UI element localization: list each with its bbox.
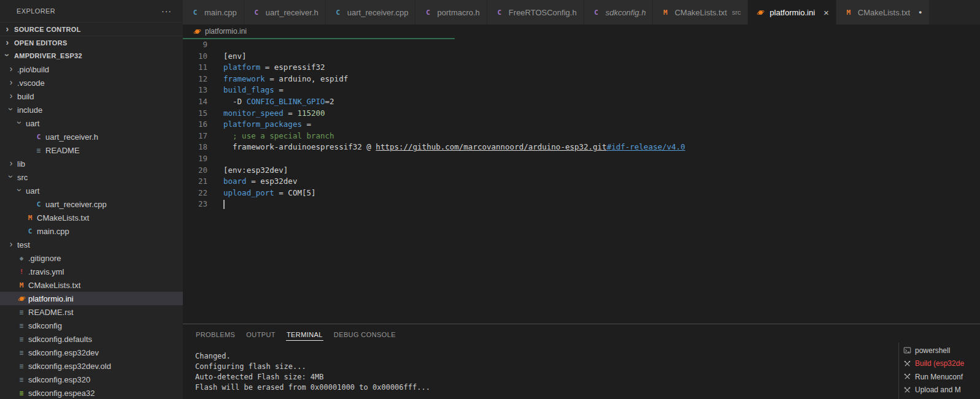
code-line-14[interactable]: 14 -D CONFIG_BLINK_GPIO=2	[183, 96, 980, 108]
chevron-down-icon: ›	[3, 50, 12, 60]
code-line-19[interactable]: 19	[183, 153, 980, 165]
c-header-file-icon: C	[33, 133, 44, 141]
file-tree: ›.pio\build›.vscode›build›include›uartCu…	[0, 63, 183, 399]
tree-file-sdkconfig-espea32[interactable]: ≡sdkconfig.espea32	[0, 386, 183, 399]
breadcrumb[interactable]: platformio.ini	[183, 25, 980, 38]
chevron-right-icon: ›	[6, 78, 16, 86]
code-line-18[interactable]: 18 framework-arduinoespressif32 @ https:…	[183, 142, 980, 153]
line-content: platform = espressif32	[207, 62, 325, 74]
tab-uart-receiver-h[interactable]: Cuart_receiver.h	[244, 0, 326, 25]
more-actions-icon[interactable]: ···	[161, 8, 172, 14]
file-label: .pio\build	[17, 65, 49, 74]
tree-file-sdkconfig-defaults[interactable]: ≡sdkconfig.defaults	[0, 332, 183, 346]
tree-file-readme-rst[interactable]: ≡README.rst	[0, 305, 183, 319]
code-line-12[interactable]: 12framework = arduino, espidf	[183, 74, 980, 85]
explorer-header: EXPLORER ···	[0, 0, 183, 22]
file-label: README.rst	[28, 308, 74, 317]
tree-folder-include[interactable]: ›include	[0, 103, 183, 116]
terminal-line: Changed.	[195, 351, 894, 362]
panel-tab-problems[interactable]: PROBLEMS	[195, 329, 236, 340]
task-upload-and-m[interactable]: Upload and M	[899, 384, 980, 397]
tab-sdkconfig-h[interactable]: Csdkconfig.h	[584, 0, 654, 25]
modified-dot-icon[interactable]: ●	[919, 9, 922, 15]
code-line-9[interactable]: 9	[183, 39, 980, 51]
cmake-file-icon: M	[16, 281, 27, 289]
tree-folder-vscode[interactable]: ›.vscode	[0, 76, 183, 89]
terminal-line: Auto-detected Flash size: 4MB	[195, 372, 894, 382]
tree-folder-uart[interactable]: ›uart	[0, 116, 183, 130]
explorer-title: EXPLORER	[17, 7, 55, 15]
chevron-right-icon: ›	[6, 240, 16, 248]
tree-file-main-cpp[interactable]: Cmain.cpp	[0, 224, 183, 238]
file-label: platformio.ini	[28, 294, 74, 303]
tree-file-sdkconfig[interactable]: ≡sdkconfig	[0, 319, 183, 332]
section-source-control[interactable]: › SOURCE CONTROL	[0, 22, 183, 36]
line-number: 23	[183, 199, 207, 210]
tab-cmakelists-txt[interactable]: MCMakeLists.txtsrc	[653, 0, 748, 25]
close-icon[interactable]: ×	[824, 8, 829, 17]
code-line-23[interactable]: 23	[183, 199, 980, 210]
tree-file-uart-receiver-cpp[interactable]: Cuart_receiver.cpp	[0, 197, 183, 211]
code-line-13[interactable]: 13build_flags =	[183, 85, 980, 96]
panel-tab-terminal[interactable]: TERMINAL	[286, 329, 323, 341]
tree-file-readme[interactable]: ≡README	[0, 143, 183, 157]
code-area: 910[env]11platform = espressif3212framew…	[183, 38, 980, 210]
tools-icon	[903, 360, 911, 368]
tree-file-platformio-ini[interactable]: platformio.ini	[0, 292, 183, 305]
config-file-icon: ≡	[16, 308, 27, 316]
tree-file-cmakelists-txt[interactable]: MCMakeLists.txt	[0, 278, 183, 292]
cpp-file-icon: C	[333, 9, 344, 17]
code-line-11[interactable]: 11platform = espressif32	[183, 62, 980, 74]
code-line-16[interactable]: 16platform_packages =	[183, 119, 980, 131]
tab-main-cpp[interactable]: Cmain.cpp	[183, 0, 244, 25]
file-label: include	[17, 105, 42, 115]
editor[interactable]: 910[env]11platform = espressif3212framew…	[183, 38, 980, 324]
code-line-22[interactable]: 22upload_port = COM[5]	[183, 188, 980, 199]
tree-folder-uart[interactable]: ›uart	[0, 184, 183, 197]
tree-file-sdkconfig-esp320[interactable]: ≡sdkconfig.esp320	[0, 373, 183, 386]
chevron-down-icon: ›	[7, 104, 15, 114]
tree-file-sdkconfig-esp32dev-old[interactable]: ≡sdkconfig.esp32dev.old	[0, 359, 183, 373]
section-label: SOURCE CONTROL	[14, 26, 81, 33]
panel-tab-output[interactable]: OUTPUT	[245, 329, 276, 340]
task-build-esp32de[interactable]: Build (esp32de	[899, 357, 980, 371]
tab-freertosconfig-h[interactable]: CFreeRTOSConfig.h	[487, 0, 584, 25]
task-powershell[interactable]: powershell	[899, 344, 980, 357]
tab-cmakelists-txt[interactable]: MCMakeLists.txt●	[836, 0, 930, 25]
tab-platformio-ini[interactable]: platformio.ini×	[748, 0, 836, 25]
tree-folder-build[interactable]: ›build	[0, 89, 183, 103]
code-line-20[interactable]: 20[env:esp32dev]	[183, 165, 980, 177]
line-number: 18	[183, 142, 207, 153]
tree-folder-test[interactable]: ›test	[0, 238, 183, 251]
tree-file-travis-yml[interactable]: !.travis.yml	[0, 265, 183, 278]
tab-portmacro-h[interactable]: Cportmacro.h	[415, 0, 487, 25]
terminal-output[interactable]: Changed.Configuring flash size...Auto-de…	[195, 351, 894, 393]
tree-file-cmakelists-txt[interactable]: MCMakeLists.txt	[0, 211, 183, 224]
section-open-editors[interactable]: › OPEN EDITORS	[0, 36, 183, 49]
line-content: ; use a special branch	[207, 131, 334, 142]
line-number: 19	[183, 153, 207, 165]
code-line-21[interactable]: 21board = esp32dev	[183, 176, 980, 188]
section-root-folder[interactable]: › AMPDRIVER_ESP32	[0, 49, 183, 63]
tree-file-uart-receiver-h[interactable]: Cuart_receiver.h	[0, 130, 183, 143]
line-number: 21	[183, 176, 207, 188]
panel-tab-debug-console[interactable]: DEBUG CONSOLE	[333, 329, 396, 340]
cmake-file-icon: M	[25, 214, 36, 222]
tree-folder-lib[interactable]: ›lib	[0, 157, 183, 170]
chevron-right-icon: ›	[6, 91, 16, 100]
tree-folder-pio-build[interactable]: ›.pio\build	[0, 63, 183, 76]
code-line-15[interactable]: 15monitor_speed = 115200	[183, 108, 980, 120]
tab-label: main.cpp	[204, 8, 237, 17]
line-number: 13	[183, 85, 207, 96]
code-line-17[interactable]: 17 ; use a special branch	[183, 131, 980, 142]
tree-file-sdkconfig-esp32dev[interactable]: ≡sdkconfig.esp32dev	[0, 346, 183, 359]
tree-file-gitignore[interactable]: ◆.gitignore	[0, 251, 183, 265]
tab-uart-receiver-cpp[interactable]: Cuart_receiver.cpp	[326, 0, 416, 25]
file-label: test	[17, 240, 30, 249]
line-content: build_flags =	[207, 85, 284, 96]
tree-folder-src[interactable]: ›src	[0, 170, 183, 184]
task-run-menuconf[interactable]: Run Menuconf	[899, 370, 980, 384]
cpp-file-icon: C	[25, 227, 36, 235]
code-line-10[interactable]: 10[env]	[183, 51, 980, 63]
progress-indicator	[183, 38, 455, 39]
